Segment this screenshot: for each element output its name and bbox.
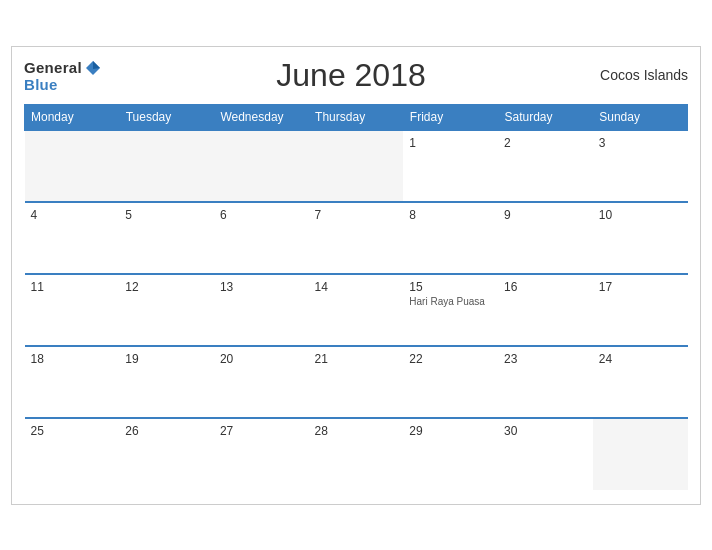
day-number: 6 [220, 208, 303, 222]
calendar-cell: 3 [593, 130, 688, 202]
calendar-week-row: 1112131415Hari Raya Puasa1617 [25, 274, 688, 346]
day-number: 16 [504, 280, 587, 294]
weekday-header-saturday: Saturday [498, 104, 593, 130]
weekday-header-tuesday: Tuesday [119, 104, 214, 130]
calendar-cell: 22 [403, 346, 498, 418]
weekday-header-sunday: Sunday [593, 104, 688, 130]
calendar-cell: 24 [593, 346, 688, 418]
month-title: June 2018 [276, 57, 425, 94]
logo-flag-icon [84, 59, 102, 77]
calendar-cell: 13 [214, 274, 309, 346]
calendar-cell [309, 130, 404, 202]
day-number: 26 [125, 424, 208, 438]
svg-marker-1 [93, 61, 100, 69]
day-number: 1 [409, 136, 492, 150]
calendar-header: General Blue June 2018 Cocos Islands [24, 57, 688, 94]
day-number: 27 [220, 424, 303, 438]
calendar-cell: 15Hari Raya Puasa [403, 274, 498, 346]
day-number: 11 [31, 280, 114, 294]
calendar-cell: 20 [214, 346, 309, 418]
calendar-cell: 25 [25, 418, 120, 490]
calendar-cell: 30 [498, 418, 593, 490]
weekday-header-row: MondayTuesdayWednesdayThursdayFridaySatu… [25, 104, 688, 130]
calendar-cell: 19 [119, 346, 214, 418]
day-number: 19 [125, 352, 208, 366]
calendar-cell: 23 [498, 346, 593, 418]
logo: General Blue [24, 59, 102, 92]
calendar-container: General Blue June 2018 Cocos Islands Mon… [11, 46, 701, 505]
day-number: 2 [504, 136, 587, 150]
day-number: 24 [599, 352, 682, 366]
logo-blue-text: Blue [24, 77, 58, 92]
weekday-header-monday: Monday [25, 104, 120, 130]
day-number: 22 [409, 352, 492, 366]
day-number: 9 [504, 208, 587, 222]
calendar-cell: 8 [403, 202, 498, 274]
calendar-cell: 21 [309, 346, 404, 418]
day-number: 25 [31, 424, 114, 438]
calendar-cell: 26 [119, 418, 214, 490]
calendar-cell [214, 130, 309, 202]
calendar-cell: 16 [498, 274, 593, 346]
day-number: 17 [599, 280, 682, 294]
calendar-cell: 28 [309, 418, 404, 490]
calendar-cell: 14 [309, 274, 404, 346]
day-number: 5 [125, 208, 208, 222]
calendar-cell [119, 130, 214, 202]
day-number: 29 [409, 424, 492, 438]
calendar-week-row: 252627282930 [25, 418, 688, 490]
calendar-cell: 7 [309, 202, 404, 274]
day-number: 7 [315, 208, 398, 222]
day-number: 4 [31, 208, 114, 222]
calendar-cell: 17 [593, 274, 688, 346]
day-number: 15 [409, 280, 492, 294]
day-number: 23 [504, 352, 587, 366]
calendar-cell: 10 [593, 202, 688, 274]
day-number: 28 [315, 424, 398, 438]
event-label: Hari Raya Puasa [409, 296, 492, 307]
day-number: 12 [125, 280, 208, 294]
calendar-cell [25, 130, 120, 202]
calendar-week-row: 45678910 [25, 202, 688, 274]
day-number: 30 [504, 424, 587, 438]
calendar-cell [593, 418, 688, 490]
calendar-cell: 5 [119, 202, 214, 274]
calendar-cell: 4 [25, 202, 120, 274]
calendar-table: MondayTuesdayWednesdayThursdayFridaySatu… [24, 104, 688, 490]
logo-general-text: General [24, 60, 82, 75]
calendar-week-row: 18192021222324 [25, 346, 688, 418]
calendar-cell: 2 [498, 130, 593, 202]
day-number: 10 [599, 208, 682, 222]
day-number: 18 [31, 352, 114, 366]
calendar-cell: 1 [403, 130, 498, 202]
weekday-header-friday: Friday [403, 104, 498, 130]
weekday-header-thursday: Thursday [309, 104, 404, 130]
weekday-header-wednesday: Wednesday [214, 104, 309, 130]
calendar-cell: 12 [119, 274, 214, 346]
calendar-week-row: 123 [25, 130, 688, 202]
day-number: 8 [409, 208, 492, 222]
calendar-cell: 29 [403, 418, 498, 490]
calendar-cell: 11 [25, 274, 120, 346]
day-number: 3 [599, 136, 682, 150]
region-label: Cocos Islands [600, 67, 688, 83]
calendar-cell: 9 [498, 202, 593, 274]
calendar-cell: 18 [25, 346, 120, 418]
day-number: 14 [315, 280, 398, 294]
day-number: 13 [220, 280, 303, 294]
calendar-cell: 6 [214, 202, 309, 274]
calendar-cell: 27 [214, 418, 309, 490]
day-number: 20 [220, 352, 303, 366]
day-number: 21 [315, 352, 398, 366]
